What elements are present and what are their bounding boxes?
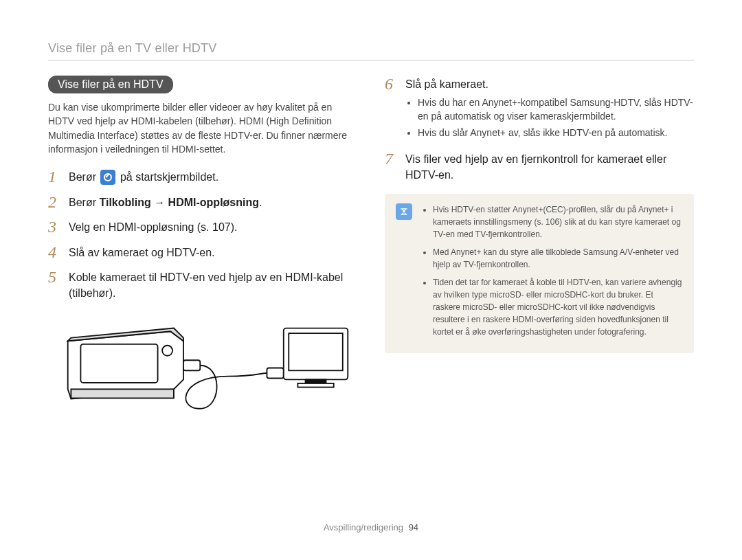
step-7: 7 Vis filer ved hjelp av en fjernkontrol… (385, 150, 694, 183)
settings-icon (100, 170, 115, 185)
steps-list: 6 Slå på kameraet. Hvis du har en Anynet… (385, 76, 694, 183)
svg-rect-3 (183, 360, 200, 370)
svg-rect-6 (289, 333, 343, 370)
step-number: 1 (48, 168, 62, 185)
step-text: Vis filer ved hjelp av en fjernkontroll … (405, 150, 694, 183)
step-text-post: på startskjermbildet. (120, 171, 218, 183)
left-column: Vise filer på en HDTV Du kan vise ukompr… (48, 76, 357, 522)
step-number: 4 (48, 244, 62, 260)
page-title: Vise filer på en TV eller HDTV (48, 41, 694, 60)
note-item: Hvis HDTV-en støtter Anynet+(CEC)-profil… (433, 203, 683, 240)
step-text-post: . (259, 197, 262, 208)
steps-list: 1 Berør på startskjermbildet. 2 Berør Ti… (48, 168, 357, 301)
step-2: 2 Berør Tilkobling → HDMI-oppløsning. (48, 194, 357, 210)
step-number: 3 (48, 219, 62, 235)
step-text-pre: Berør (69, 197, 99, 208)
step-4: 4 Slå av kameraet og HDTV-en. (48, 244, 357, 260)
svg-rect-0 (80, 344, 157, 383)
step-number: 2 (48, 194, 62, 210)
intro-text: Du kan vise ukomprimerte bilder eller vi… (48, 100, 357, 156)
note-icon (396, 203, 412, 220)
note-item: Tiden det tar for kameraet å koble til H… (433, 276, 683, 338)
step-6-bullets: Hvis du har en Anynet+-kompatibel Samsun… (405, 96, 694, 139)
step-number: 7 (385, 150, 398, 167)
step-text-main: Slå på kameraet. (405, 78, 488, 90)
bullet-item: Hvis du slår Anynet+ av, slås ikke HDTV-… (418, 126, 694, 140)
step-5: 5 Koble kameraet til HDTV-en ved hjelp a… (48, 269, 357, 301)
bullet-item: Hvis du har en Anynet+-kompatibel Samsun… (418, 96, 694, 123)
note-item: Med Anynet+ kan du styre alle tilkoblede… (433, 246, 683, 271)
step-text-pre: Berør (69, 171, 96, 183)
svg-rect-4 (267, 368, 283, 378)
step-3: 3 Velg en HDMI-oppløsning (s. 107). (48, 219, 357, 235)
footer-section: Avspilling/redigering (324, 522, 403, 533)
note-box: Hvis HDTV-en støtter Anynet+(CEC)-profil… (385, 194, 694, 353)
step-1: 1 Berør på startskjermbildet. (48, 168, 357, 186)
page-footer: Avspilling/redigering 94 (48, 522, 694, 533)
step-text: Berør på startskjermbildet. (69, 168, 218, 186)
svg-rect-8 (297, 383, 333, 388)
step-number: 5 (48, 269, 62, 285)
camera-hdmi-tv-diagram-icon (55, 315, 350, 432)
step-text: Koble kameraet til HDTV-en ved hjelp av … (69, 269, 357, 301)
step-6: 6 Slå på kameraet. Hvis du har en Anynet… (385, 76, 694, 142)
step-number: 6 (385, 76, 398, 92)
step-text: Slå av kameraet og HDTV-en. (69, 244, 215, 260)
step-text: Berør Tilkobling → HDMI-oppløsning. (69, 194, 262, 210)
step-text: Velg en HDMI-oppløsning (s. 107). (69, 219, 237, 235)
step-text-bold: Tilkobling → HDMI-oppløsning (99, 197, 259, 208)
section-heading: Vise filer på en HDTV (48, 76, 173, 93)
step-text: Slå på kameraet. Hvis du har en Anynet+-… (405, 76, 694, 142)
svg-rect-2 (71, 389, 174, 398)
right-column: 6 Slå på kameraet. Hvis du har en Anynet… (385, 76, 694, 522)
note-list: Hvis HDTV-en støtter Anynet+(CEC)-profil… (422, 203, 683, 344)
footer-page-number: 94 (409, 522, 418, 533)
svg-point-1 (162, 346, 172, 356)
connection-illustration (48, 315, 357, 432)
